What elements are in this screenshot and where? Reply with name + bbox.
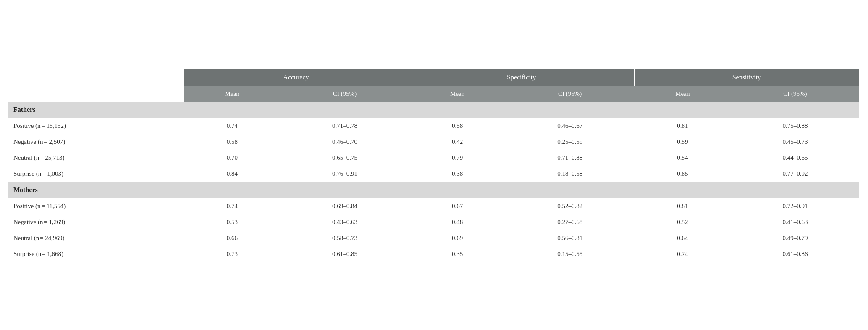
table-row: Neutral (n = 25,713)0.700.65–0.750.790.7… bbox=[8, 150, 859, 166]
sensitivity-ci: 0.77–0.92 bbox=[731, 166, 859, 182]
section-header-1: Mothers bbox=[8, 182, 859, 198]
accuracy-mean: 0.70 bbox=[184, 150, 281, 166]
accuracy-mean: 0.74 bbox=[184, 198, 281, 214]
specificity-mean: 0.79 bbox=[409, 150, 506, 166]
sensitivity-ci: 0.44–0.65 bbox=[731, 150, 859, 166]
header-sensitivity: Sensitivity bbox=[634, 69, 859, 86]
specificity-mean: 0.69 bbox=[409, 230, 506, 246]
accuracy-ci: 0.76–0.91 bbox=[281, 166, 409, 182]
sensitivity-ci: 0.49–0.79 bbox=[731, 230, 859, 246]
specificity-ci: 0.18–0.58 bbox=[506, 166, 634, 182]
accuracy-ci: 0.46–0.70 bbox=[281, 134, 409, 150]
row-label: Negative (n = 1,269) bbox=[8, 214, 184, 230]
sensitivity-mean: 0.81 bbox=[634, 198, 731, 214]
sensitivity-ci: 0.61–0.86 bbox=[731, 246, 859, 262]
header-sensitivity-mean: Mean bbox=[634, 86, 731, 102]
table-row: Surprise (n = 1,668)0.730.61–0.850.350.1… bbox=[8, 246, 859, 262]
specificity-mean: 0.42 bbox=[409, 134, 506, 150]
accuracy-ci: 0.61–0.85 bbox=[281, 246, 409, 262]
specificity-ci: 0.56–0.81 bbox=[506, 230, 634, 246]
row-label: Positive (n = 15,152) bbox=[8, 118, 184, 134]
accuracy-ci: 0.69–0.84 bbox=[281, 198, 409, 214]
header-row-groups: Accuracy Specificity Sensitivity bbox=[8, 69, 859, 86]
row-label: Surprise (n = 1,003) bbox=[8, 166, 184, 182]
row-label: Neutral (n = 25,713) bbox=[8, 150, 184, 166]
row-label: Negative (n = 2,507) bbox=[8, 134, 184, 150]
sensitivity-ci: 0.41–0.63 bbox=[731, 214, 859, 230]
row-label: Positive (n = 11,554) bbox=[8, 198, 184, 214]
sensitivity-mean: 0.81 bbox=[634, 118, 731, 134]
table-row: Positive (n = 15,152)0.740.71–0.780.580.… bbox=[8, 118, 859, 134]
accuracy-ci: 0.65–0.75 bbox=[281, 150, 409, 166]
row-label: Neutral (n = 24,969) bbox=[8, 230, 184, 246]
accuracy-mean: 0.58 bbox=[184, 134, 281, 150]
specificity-ci: 0.52–0.82 bbox=[506, 198, 634, 214]
sensitivity-mean: 0.74 bbox=[634, 246, 731, 262]
accuracy-mean: 0.74 bbox=[184, 118, 281, 134]
specificity-mean: 0.48 bbox=[409, 214, 506, 230]
specificity-mean: 0.38 bbox=[409, 166, 506, 182]
sensitivity-mean: 0.52 bbox=[634, 214, 731, 230]
header-sensitivity-ci: CI (95%) bbox=[731, 86, 859, 102]
sensitivity-ci: 0.72–0.91 bbox=[731, 198, 859, 214]
accuracy-mean: 0.73 bbox=[184, 246, 281, 262]
sensitivity-ci: 0.45–0.73 bbox=[731, 134, 859, 150]
table-row: Negative (n = 1,269)0.530.43–0.630.480.2… bbox=[8, 214, 859, 230]
sensitivity-ci: 0.75–0.88 bbox=[731, 118, 859, 134]
accuracy-ci: 0.58–0.73 bbox=[281, 230, 409, 246]
specificity-ci: 0.27–0.68 bbox=[506, 214, 634, 230]
table-container: Accuracy Specificity Sensitivity Mean CI… bbox=[8, 69, 860, 262]
sensitivity-mean: 0.59 bbox=[634, 134, 731, 150]
header-accuracy-mean: Mean bbox=[184, 86, 281, 102]
section-title-1: Mothers bbox=[8, 182, 859, 198]
table-row: Neutral (n = 24,969)0.660.58–0.730.690.5… bbox=[8, 230, 859, 246]
header-accuracy-ci: CI (95%) bbox=[281, 86, 409, 102]
header-specificity-mean: Mean bbox=[409, 86, 506, 102]
specificity-mean: 0.35 bbox=[409, 246, 506, 262]
sensitivity-mean: 0.64 bbox=[634, 230, 731, 246]
sensitivity-mean: 0.85 bbox=[634, 166, 731, 182]
data-table: Accuracy Specificity Sensitivity Mean CI… bbox=[8, 69, 860, 262]
specificity-mean: 0.58 bbox=[409, 118, 506, 134]
header-row-subcolumns: Mean CI (95%) Mean CI (95%) Mean CI (95%… bbox=[8, 86, 859, 102]
section-title-0: Fathers bbox=[8, 102, 859, 118]
specificity-ci: 0.71–0.88 bbox=[506, 150, 634, 166]
accuracy-ci: 0.71–0.78 bbox=[281, 118, 409, 134]
table-row: Negative (n = 2,507)0.580.46–0.700.420.2… bbox=[8, 134, 859, 150]
specificity-ci: 0.46–0.67 bbox=[506, 118, 634, 134]
sensitivity-mean: 0.54 bbox=[634, 150, 731, 166]
row-label: Surprise (n = 1,668) bbox=[8, 246, 184, 262]
specificity-mean: 0.67 bbox=[409, 198, 506, 214]
header-label-empty bbox=[8, 86, 184, 102]
accuracy-mean: 0.66 bbox=[184, 230, 281, 246]
table-row: Positive (n = 11,554)0.740.69–0.840.670.… bbox=[8, 198, 859, 214]
section-header-0: Fathers bbox=[8, 102, 859, 118]
header-empty-cell bbox=[8, 69, 184, 86]
specificity-ci: 0.25–0.59 bbox=[506, 134, 634, 150]
accuracy-ci: 0.43–0.63 bbox=[281, 214, 409, 230]
header-accuracy: Accuracy bbox=[184, 69, 409, 86]
accuracy-mean: 0.84 bbox=[184, 166, 281, 182]
table-row: Surprise (n = 1,003)0.840.76–0.910.380.1… bbox=[8, 166, 859, 182]
header-specificity-ci: CI (95%) bbox=[506, 86, 634, 102]
accuracy-mean: 0.53 bbox=[184, 214, 281, 230]
header-specificity: Specificity bbox=[409, 69, 634, 86]
specificity-ci: 0.15–0.55 bbox=[506, 246, 634, 262]
